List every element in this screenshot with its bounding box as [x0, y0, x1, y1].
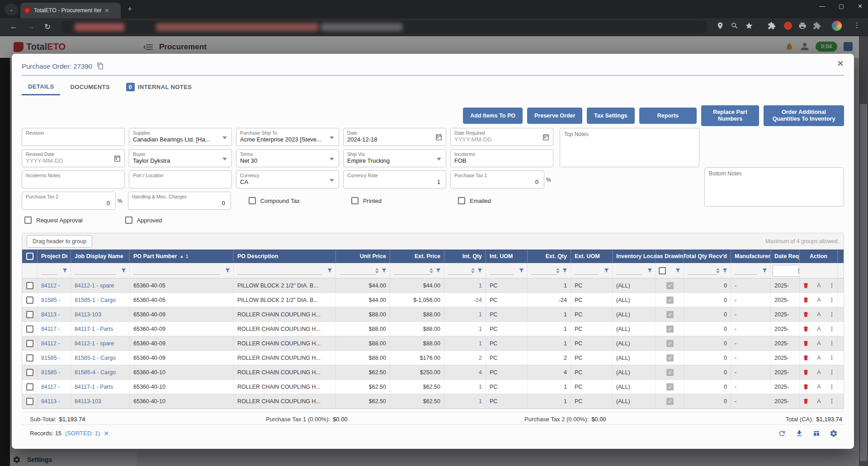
close-icon[interactable]: ✕: [837, 58, 844, 69]
project-link[interactable]: 84112 -: [41, 340, 60, 347]
select-all-checkbox[interactable]: [26, 253, 33, 260]
col-header-qty_recvd[interactable]: Total Qty Recv'd: [684, 249, 731, 263]
job-link[interactable]: 84113-103: [75, 398, 101, 405]
drag-header-to-group[interactable]: Drag header to group: [27, 235, 92, 248]
filter-int_qty[interactable]: [444, 263, 486, 278]
clear-sort-icon[interactable]: ✕: [104, 430, 109, 437]
row-menu-kebab-button[interactable]: [826, 282, 838, 289]
filter-ext_price[interactable]: [390, 263, 444, 278]
filter-funnel-icon[interactable]: [562, 268, 568, 273]
scrollbar-thumb[interactable]: [860, 104, 867, 461]
filter-manufacturer[interactable]: [731, 263, 771, 278]
spinner-icon[interactable]: [556, 268, 560, 273]
int_qty-link[interactable]: 1: [479, 340, 482, 347]
col-header-part[interactable]: PO Part Number▲ 1: [130, 249, 234, 263]
printed-checkbox[interactable]: Printed: [351, 192, 382, 210]
incoterms-field[interactable]: IncotermsFOB: [450, 149, 553, 167]
filter-ext_uom[interactable]: [571, 263, 613, 278]
spinner-icon[interactable]: [716, 268, 720, 273]
filter-input-description[interactable]: [237, 274, 322, 275]
filter-funnel-icon[interactable]: [435, 268, 441, 273]
split-line-button[interactable]: [812, 383, 826, 390]
row-menu-kebab-button[interactable]: [826, 398, 838, 405]
browser-tab[interactable]: TotalETO - Procurement Items C ✕: [20, 3, 121, 18]
window-minimize-icon[interactable]: —: [819, 3, 825, 9]
col-header-unit_price[interactable]: Unit Price: [336, 249, 390, 263]
col-header-project[interactable]: Project Di: [38, 249, 71, 263]
filter-funnel-icon[interactable]: [675, 268, 681, 273]
filter-funnel-icon[interactable]: [519, 268, 524, 273]
calendar-icon[interactable]: [113, 155, 121, 162]
split-line-button[interactable]: [812, 369, 826, 376]
table-settings-gear-icon[interactable]: [830, 429, 838, 438]
col-header-has_drawing[interactable]: Has Drawing: [656, 249, 684, 263]
int_qty-link[interactable]: 1: [479, 326, 482, 332]
request-approval-checkbox[interactable]: Request Approval: [24, 217, 83, 224]
int_qty-link[interactable]: 4: [479, 369, 482, 376]
col-header-manufacturer[interactable]: Manufacturer I: [731, 249, 771, 263]
filter-funnel-icon[interactable]: [225, 268, 231, 273]
row-menu-kebab-button[interactable]: [826, 297, 838, 303]
spinner-icon[interactable]: [471, 268, 475, 273]
reload-icon[interactable]: ↻: [44, 22, 51, 32]
supplier-select[interactable]: SupplierCanadian Bearings Ltd. [Ha...: [129, 128, 232, 146]
tab-search-icon[interactable]: ⌄: [5, 4, 18, 15]
browser-menu-kebab-icon[interactable]: ⋮: [854, 21, 860, 29]
filter-input-unit_price[interactable]: [340, 274, 376, 275]
project-link[interactable]: 84112 -: [41, 282, 60, 289]
delete-row-button[interactable]: [800, 325, 812, 332]
printer-icon[interactable]: [798, 22, 807, 30]
filter-input-int_qty[interactable]: [448, 274, 472, 275]
row-menu-kebab-button[interactable]: [826, 383, 838, 390]
tax-settings-button[interactable]: Tax Settings: [587, 108, 634, 124]
delete-row-button[interactable]: [800, 383, 812, 390]
bottom-notes-textarea[interactable]: Bottom Notes: [704, 167, 844, 207]
delete-row-button[interactable]: [800, 398, 812, 405]
split-line-button[interactable]: [812, 398, 826, 405]
preserve-order-button[interactable]: Preserve Order: [527, 108, 582, 124]
filter-funnel-icon[interactable]: [121, 268, 127, 273]
delete-row-button[interactable]: [800, 311, 812, 318]
tab-internal-notes[interactable]: 0INTERNAL NOTES: [120, 78, 198, 95]
filter-checkbox[interactable]: [659, 267, 666, 274]
location-icon[interactable]: [716, 22, 724, 30]
filter-input-job[interactable]: [75, 274, 116, 275]
project-link[interactable]: 84113 -: [41, 398, 60, 405]
row-checkbox[interactable]: [26, 311, 33, 318]
row-checkbox[interactable]: [26, 325, 33, 333]
forward-icon[interactable]: →: [27, 22, 35, 31]
project-link[interactable]: 81585 -: [41, 355, 60, 361]
delete-row-button[interactable]: [800, 369, 812, 376]
col-header-job[interactable]: Job Display Name: [71, 249, 130, 263]
row-checkbox[interactable]: [26, 398, 33, 405]
filter-int_uom[interactable]: [486, 263, 528, 278]
int_qty-link[interactable]: 1: [479, 282, 482, 289]
delete-row-button[interactable]: [800, 340, 812, 347]
filter-date_req[interactable]: [771, 263, 800, 278]
ship-via-select[interactable]: Ship ViaEmpire Trucking: [343, 149, 446, 167]
filter-funnel-icon[interactable]: [477, 268, 483, 273]
order-additional-quantities-button[interactable]: Order Additional Quantities To Inventory: [764, 105, 844, 126]
filter-input-int_uom[interactable]: [490, 274, 514, 275]
filter-funnel-icon[interactable]: [762, 268, 768, 273]
back-icon[interactable]: ←: [10, 22, 18, 31]
int_qty-link[interactable]: 1: [479, 384, 482, 390]
job-link[interactable]: 81585-1 - Cargo: [75, 355, 116, 361]
col-header-inv_loc[interactable]: Inventory Location: [613, 249, 656, 263]
filter-description[interactable]: [234, 263, 336, 278]
col-header-ext_qty[interactable]: Ext. Qty: [528, 249, 571, 263]
filter-date-input[interactable]: [773, 265, 800, 277]
buyer-select[interactable]: BuyerTaylor Dykstra: [129, 149, 232, 167]
compound-tax-checkbox[interactable]: Compound Tax: [249, 192, 300, 210]
filter-input-manufacturer[interactable]: [735, 274, 757, 275]
refresh-icon[interactable]: [778, 429, 786, 438]
row-checkbox[interactable]: [26, 354, 33, 362]
filter-funnel-icon[interactable]: [62, 268, 68, 273]
project-link[interactable]: 84117 -: [41, 384, 60, 390]
tab-close-icon[interactable]: ✕: [104, 7, 109, 14]
filter-input-qty_recvd[interactable]: [688, 274, 717, 275]
purchase-tax-2-field[interactable]: Purchase Tax 20: [22, 192, 116, 210]
extension-gray-icon[interactable]: [813, 22, 821, 30]
address-bar[interactable]: [61, 21, 708, 33]
revised-date-field[interactable]: Revised DateYYYY-MM-DD: [22, 149, 125, 167]
